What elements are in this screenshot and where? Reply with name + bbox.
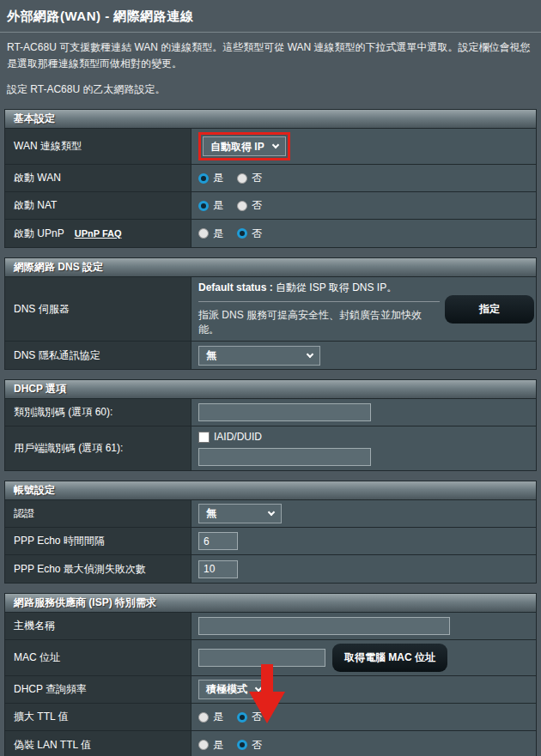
enable-upnp-yes[interactable]: 是 (198, 227, 223, 241)
wan-type-select[interactable]: 自動取得 IP (203, 136, 286, 156)
wan-type-highlight: 自動取得 IP (198, 132, 290, 160)
row-enable-wan: 啟動 WAN 是 否 (5, 165, 536, 192)
red-arrow-head-icon (249, 692, 285, 723)
wan-type-label: WAN 連線類型 (5, 129, 191, 164)
radio-selected-icon[interactable] (198, 173, 209, 184)
enable-upnp-radio-group: 是 否 (198, 227, 262, 241)
class-id-input[interactable] (198, 403, 371, 421)
row-wan-type: WAN 連線類型 自動取得 IP (5, 129, 536, 165)
section-header-dhcp: DHCP 選項 (5, 380, 536, 399)
hostname-input[interactable] (198, 617, 450, 635)
dns-default-status-text: 自動從 ISP 取得 DNS IP。 (273, 281, 397, 293)
dns-privacy-select[interactable]: 無 (198, 346, 320, 366)
dhcp-query-selected-value: 積極模式 (206, 682, 247, 697)
dns-divider (198, 301, 440, 302)
enable-upnp-label: 啟動 UPnP (14, 227, 64, 241)
intro-paragraph: RT-AC68U 可支援數種連結 WAN 的連線類型。這些類型可從 WAN 連線… (7, 39, 534, 71)
radio-no-label: 否 (252, 738, 262, 753)
basic-settings-table: 基本設定 WAN 連線類型 自動取得 IP 啟動 WAN 是 (4, 109, 537, 248)
radio-unselected-icon[interactable] (237, 173, 247, 184)
enable-nat-no[interactable]: 否 (237, 198, 262, 213)
chevron-down-icon (307, 350, 313, 357)
extend-ttl-label: 擴大 TTL 值 (5, 704, 191, 730)
intro-paragraph-2: 設定 RT-AC68U 的乙太網路設定。 (7, 82, 534, 97)
radio-no-label: 否 (252, 198, 262, 213)
dhcp-query-label: DHCP 查詢頻率 (5, 676, 191, 703)
section-header-dns: 網際網路 DNS 設定 (5, 258, 536, 277)
radio-selected-icon[interactable] (198, 201, 209, 211)
dns-default-status-bold: Default status : (198, 281, 273, 293)
radio-yes-label: 是 (213, 227, 223, 241)
auth-label: 認證 (5, 500, 191, 527)
row-enable-nat: 啟動 NAT 是 否 (5, 192, 536, 220)
row-client-id: 用戶端識別碼 (選項 61): IAID/DUID (5, 426, 536, 470)
ppp-echo-max-fail-input[interactable] (198, 560, 238, 578)
radio-selected-icon[interactable] (237, 712, 247, 723)
radio-selected-icon[interactable] (237, 740, 247, 750)
dns-server-info: Default status : 自動從 ISP 取得 DNS IP。 指派 D… (198, 281, 445, 337)
radio-yes-label: 是 (213, 710, 223, 724)
enable-nat-radio-group: 是 否 (198, 198, 262, 213)
radio-yes-label: 是 (213, 171, 223, 185)
chevron-down-icon (272, 142, 279, 148)
spoof-ttl-label: 偽裝 LAN TTL 值 (5, 731, 191, 756)
spoof-ttl-yes[interactable]: 是 (198, 738, 223, 753)
account-settings-table: 帳號設定 認證 無 PPP Echo 時間間隔 PPP Echo 最大偵測失敗次… (4, 481, 537, 584)
iaid-duid-checkbox[interactable] (198, 432, 210, 443)
radio-yes-label: 是 (213, 198, 223, 213)
dns-assign-button[interactable]: 指定 (445, 295, 534, 324)
client-id-input[interactable] (198, 448, 371, 466)
ppp-echo-interval-input[interactable] (198, 532, 238, 550)
auth-select[interactable]: 無 (198, 504, 282, 523)
enable-wan-label: 啟動 WAN (5, 165, 191, 191)
row-auth: 認證 無 (5, 500, 536, 528)
row-enable-upnp: 啟動 UPnP UPnP FAQ 是 否 (5, 220, 536, 247)
row-ppp-echo-interval: PPP Echo 時間間隔 (5, 528, 536, 555)
spoof-ttl-no[interactable]: 否 (237, 738, 262, 753)
extend-ttl-yes[interactable]: 是 (198, 710, 223, 724)
get-pc-mac-button[interactable]: 取得電腦 MAC 位址 (332, 644, 447, 672)
radio-selected-icon[interactable] (237, 228, 247, 239)
dhcp-options-table: DHCP 選項 類別識別碼 (選項 60): 用戶端識別碼 (選項 61): I… (4, 379, 537, 471)
chevron-down-icon (268, 509, 275, 516)
red-arrow-shaft (261, 664, 273, 692)
spoof-ttl-radio-group: 是 否 (198, 738, 262, 753)
client-id-label: 用戶端識別碼 (選項 61): (5, 426, 191, 470)
radio-unselected-icon[interactable] (237, 201, 247, 211)
row-dns-privacy: DNS 隱私通訊協定 無 (5, 342, 536, 369)
enable-wan-yes[interactable]: 是 (198, 171, 223, 185)
radio-no-label: 否 (252, 171, 262, 185)
radio-unselected-icon[interactable] (198, 712, 209, 723)
enable-wan-radio-group: 是 否 (198, 171, 262, 185)
radio-yes-label: 是 (213, 738, 223, 753)
wan-settings-page: 外部網路(WAN) - 網際網路連線 RT-AC68U 可支援數種連結 WAN … (0, 0, 541, 756)
dns-settings-table: 網際網路 DNS 設定 DNS 伺服器 Default status : 自動從… (4, 257, 537, 370)
enable-upnp-no[interactable]: 否 (237, 227, 262, 241)
hostname-label: 主機名稱 (5, 613, 191, 639)
row-hostname: 主機名稱 (5, 613, 536, 640)
row-ppp-echo-max-fail: PPP Echo 最大偵測失敗次數 (5, 555, 536, 583)
section-header-account: 帳號設定 (5, 481, 536, 500)
page-title: 外部網路(WAN) - 網際網路連線 (0, 0, 541, 32)
radio-unselected-icon[interactable] (198, 740, 209, 750)
title-separator (0, 32, 541, 33)
auth-selected-value: 無 (206, 506, 216, 521)
enable-nat-label: 啟動 NAT (5, 192, 191, 219)
ppp-echo-interval-label: PPP Echo 時間間隔 (5, 528, 191, 554)
radio-no-label: 否 (252, 227, 262, 241)
section-header-basic: 基本設定 (5, 110, 536, 129)
row-dns-server: DNS 伺服器 Default status : 自動從 ISP 取得 DNS … (5, 277, 536, 342)
class-id-label: 類別識別碼 (選項 60): (5, 399, 191, 426)
row-spoof-ttl: 偽裝 LAN TTL 值 是 否 (5, 731, 536, 756)
iaid-duid-checkbox-label: IAID/DUID (214, 431, 262, 443)
dns-privacy-selected-value: 無 (206, 348, 216, 363)
dns-privacy-label: DNS 隱私通訊協定 (5, 342, 191, 369)
radio-unselected-icon[interactable] (198, 228, 209, 239)
mac-address-label: MAC 位址 (5, 640, 191, 675)
enable-wan-no[interactable]: 否 (237, 171, 262, 185)
dns-server-label: DNS 伺服器 (5, 277, 191, 341)
enable-nat-yes[interactable]: 是 (198, 198, 223, 213)
ppp-echo-max-fail-label: PPP Echo 最大偵測失敗次數 (5, 555, 191, 583)
dns-hint-text: 指派 DNS 服務可提高安全性、封鎖廣告並加快效能。 (198, 308, 440, 337)
upnp-faq-link[interactable]: UPnP FAQ (75, 228, 122, 239)
